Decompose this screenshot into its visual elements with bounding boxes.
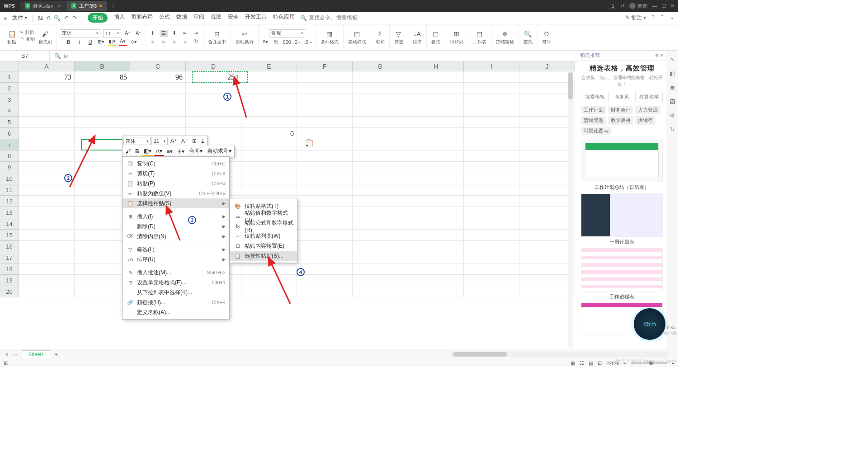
col-header-E[interactable]: E <box>241 61 297 71</box>
cell-J2[interactable] <box>519 83 575 94</box>
mini-increase-font-icon[interactable]: A⁺ <box>169 137 179 145</box>
cell-G7[interactable] <box>353 139 408 150</box>
mini-font-color-icon[interactable]: A▾ <box>154 147 164 156</box>
row-header-20[interactable]: 20 <box>0 286 19 297</box>
image-icon[interactable]: 🖼 <box>670 98 675 105</box>
template-tag[interactable]: 工作计划 <box>581 106 606 114</box>
col-header-G[interactable]: G <box>353 61 408 71</box>
format-painter-button[interactable]: 🖌格式刷 <box>37 29 54 46</box>
ctx-item[interactable]: 删除(D)▶ <box>123 221 229 231</box>
cell-H6[interactable] <box>408 128 464 139</box>
cell-H2[interactable] <box>408 83 464 94</box>
cell-G11[interactable] <box>353 184 408 196</box>
cell-J17[interactable] <box>519 252 575 263</box>
cell-F4[interactable] <box>297 105 353 117</box>
cell-E2[interactable] <box>241 83 297 94</box>
cell-B5[interactable] <box>75 117 130 128</box>
col-header-F[interactable]: F <box>297 61 353 71</box>
cell-B2[interactable] <box>75 83 130 94</box>
view-mode2-icon[interactable]: ☷ <box>580 360 584 366</box>
row-header-2[interactable]: 2 <box>0 83 19 94</box>
new-tab-button[interactable]: + <box>108 2 118 9</box>
symbol-button[interactable]: Ω符号 <box>540 29 553 46</box>
cell-I19[interactable] <box>464 275 519 286</box>
mini-border-icon[interactable]: ⊞▾ <box>175 147 186 155</box>
cell-C5[interactable] <box>130 117 186 128</box>
row-header-19[interactable]: 19 <box>0 275 19 286</box>
cell-E7[interactable] <box>241 139 297 150</box>
sheet-prev-icon[interactable]: ‹ <box>13 352 14 357</box>
cell-F5[interactable] <box>297 117 353 128</box>
bold-button[interactable]: B <box>65 38 73 46</box>
template-tag[interactable]: 可视化图表 <box>581 127 611 135</box>
align-center-icon[interactable]: ≡ <box>160 38 168 45</box>
tab-devtools[interactable]: 开发工具 <box>245 13 267 23</box>
wrap-text-button[interactable]: ↩自动换行 <box>234 29 255 46</box>
cell-A17[interactable] <box>19 252 75 263</box>
close-icon[interactable]: ✕ <box>57 4 61 9</box>
cell-G14[interactable] <box>353 218 408 230</box>
cell-I9[interactable] <box>464 162 519 173</box>
align-right-icon[interactable]: ≡ <box>170 38 179 45</box>
decrease-decimal-icon[interactable]: .0→ <box>305 38 313 46</box>
mini-format-painter-icon[interactable]: 🖌 <box>123 147 132 155</box>
template-tag[interactable]: 财务会计 <box>608 106 633 114</box>
sum-button[interactable]: Σ求和 <box>374 29 387 46</box>
cell-H10[interactable] <box>408 173 464 184</box>
mini-font-select[interactable]: 宋体▾ <box>123 137 151 145</box>
ctx-item[interactable]: 从下拉列表中选择(K)... <box>123 287 229 297</box>
cell-I16[interactable] <box>464 241 519 252</box>
row-header-14[interactable]: 14 <box>0 218 19 230</box>
view-mode4-icon[interactable]: ⊡ <box>598 360 602 366</box>
style-icon[interactable]: ◧ <box>670 70 675 77</box>
insert-function-icon[interactable]: 🔍 <box>54 53 61 59</box>
cell-F1[interactable] <box>297 71 353 83</box>
copy-button[interactable]: ⿻ 复制 <box>20 36 35 42</box>
cell-H1[interactable] <box>408 71 464 83</box>
align-middle-icon[interactable]: ☰ <box>160 30 168 37</box>
template-tag[interactable]: 人力资源 <box>635 106 660 114</box>
cell-J14[interactable] <box>519 218 575 230</box>
cell-F16[interactable] <box>297 241 353 252</box>
col-header-I[interactable]: I <box>464 61 519 71</box>
font-size-select[interactable]: 11▾ <box>103 29 121 38</box>
cell-J20[interactable] <box>519 286 575 297</box>
cell-G4[interactable] <box>353 105 408 117</box>
cell-J13[interactable] <box>519 207 575 218</box>
cell-I8[interactable] <box>464 150 519 162</box>
submenu-item[interactable]: fx粘贴公式和数字格式(R) <box>230 221 297 231</box>
cell-F6[interactable] <box>297 128 353 139</box>
mini-align-icon[interactable]: ≡▾ <box>165 147 175 155</box>
cell-I10[interactable] <box>464 173 519 184</box>
refresh-icon[interactable]: ↻ <box>670 126 675 133</box>
notification-badge[interactable]: 1 <box>610 3 616 9</box>
underline-button[interactable]: U <box>86 38 94 46</box>
cell-A8[interactable] <box>19 150 75 162</box>
col-header-B[interactable]: B <box>75 61 130 71</box>
mini-merge-button[interactable]: 合并▾ <box>187 146 204 156</box>
cell-F20[interactable] <box>297 286 353 297</box>
cell-H4[interactable] <box>408 105 464 117</box>
cell-J3[interactable] <box>519 94 575 105</box>
cell-D2[interactable] <box>186 83 241 94</box>
cell-H8[interactable] <box>408 150 464 162</box>
redo-icon[interactable]: ↷ <box>72 15 77 21</box>
sort-button[interactable]: ↓A排序 <box>411 29 424 46</box>
cell-C2[interactable] <box>130 83 186 94</box>
row-header-9[interactable]: 9 <box>0 162 19 173</box>
currency-icon[interactable]: ¥▾ <box>261 38 269 46</box>
cell-F13[interactable] <box>297 207 353 218</box>
tab-formula[interactable]: 公式 <box>159 13 170 23</box>
cell-E11[interactable] <box>241 184 297 196</box>
row-header-6[interactable]: 6 <box>0 128 19 139</box>
ctx-item[interactable]: ✎插入批注(M)...Shift+F2 <box>123 268 229 277</box>
cell-F2[interactable] <box>297 83 353 94</box>
ctx-item[interactable]: 🔗超链接(H)...Ctrl+K <box>123 297 229 307</box>
cell-F9[interactable] <box>297 162 353 173</box>
cell-F3[interactable] <box>297 94 353 105</box>
cell-A7[interactable] <box>19 139 75 150</box>
row-header-18[interactable]: 18 <box>0 263 19 275</box>
more-icon[interactable]: ⌄ <box>670 14 675 22</box>
clear-format-button[interactable]: ◇▾ <box>130 38 138 46</box>
cell-A19[interactable] <box>19 275 75 286</box>
